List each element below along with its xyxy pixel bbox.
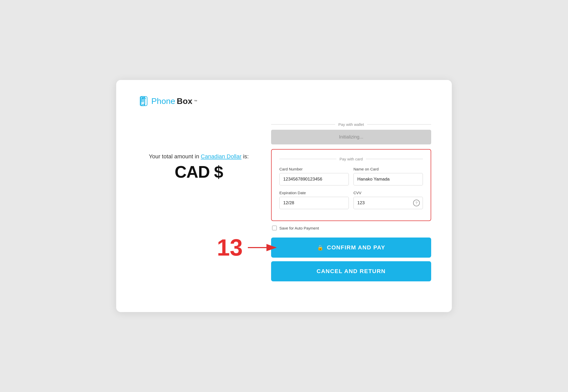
expiry-input[interactable] [279, 197, 349, 209]
expiry-group: Expiration Date [279, 191, 349, 209]
logo-phone: Phone [151, 96, 175, 106]
confirm-and-pay-button[interactable]: 🔒 CONFIRM AND PAY [271, 238, 431, 258]
wallet-section: Pay with wallet Initializing... [271, 122, 431, 144]
phonebox-icon [138, 95, 150, 107]
save-auto-payment-label: Save for Auto Payment [279, 226, 319, 230]
card-divider-line-left [279, 159, 336, 159]
expiry-label: Expiration Date [279, 191, 349, 195]
wallet-divider-line-right [367, 124, 431, 125]
logo-tm: ™ [194, 99, 197, 103]
logo-box: Box [177, 96, 192, 106]
currency-link[interactable]: Canadian Dollar [201, 153, 242, 160]
step-arrow-svg [245, 242, 279, 253]
cvv-group: CVV ? [353, 191, 423, 209]
wallet-divider-line-left [271, 124, 335, 125]
wallet-divider-text: Pay with wallet [338, 122, 364, 127]
card-section-title: Pay with card [279, 157, 423, 161]
cvv-help-icon[interactable]: ? [413, 200, 420, 206]
cvv-input[interactable] [353, 197, 423, 209]
save-auto-payment-checkbox[interactable] [272, 226, 277, 230]
amount-value: CAD $ [175, 162, 223, 182]
cancel-and-return-button[interactable]: CANCEL AND RETURN [271, 261, 431, 281]
name-on-card-label: Name on Card [353, 167, 423, 171]
name-on-card-group: Name on Card [353, 167, 423, 185]
left-section: Your total amount in Canadian Dollar is:… [137, 122, 261, 182]
cvv-input-wrapper: ? [353, 197, 423, 209]
step-annotation: 13 [217, 236, 279, 259]
card-number-input[interactable] [279, 173, 349, 185]
card-number-label: Card Number [279, 167, 349, 171]
cvv-label: CVV [353, 191, 423, 195]
svg-point-2 [144, 104, 145, 105]
step-number: 13 [217, 236, 243, 259]
card-divider-line-right [366, 159, 423, 159]
card-divider-text: Pay with card [336, 157, 366, 161]
main-card: PhoneBox™ Your total amount in Canadian … [116, 80, 452, 312]
card-number-group: Card Number [279, 167, 349, 185]
action-buttons: 🔒 CONFIRM AND PAY CANCEL AND RETURN [271, 238, 431, 281]
card-first-row: Card Number Name on Card [279, 167, 423, 185]
name-on-card-input[interactable] [353, 173, 423, 185]
main-content: Your total amount in Canadian Dollar is:… [137, 122, 431, 281]
confirm-button-label: CONFIRM AND PAY [327, 244, 385, 251]
card-second-row: Expiration Date CVV ? [279, 191, 423, 209]
logo: PhoneBox™ [137, 95, 431, 107]
right-section: Pay with wallet Initializing... Pay with… [271, 122, 431, 281]
card-form-section: Pay with card Card Number Name on Card [271, 149, 431, 221]
wallet-initializing-button[interactable]: Initializing... [271, 130, 431, 144]
amount-label: Your total amount in Canadian Dollar is: [149, 153, 249, 160]
wallet-divider: Pay with wallet [271, 122, 431, 127]
lock-icon: 🔒 [317, 244, 324, 251]
save-auto-payment-row: Save for Auto Payment [271, 226, 431, 230]
